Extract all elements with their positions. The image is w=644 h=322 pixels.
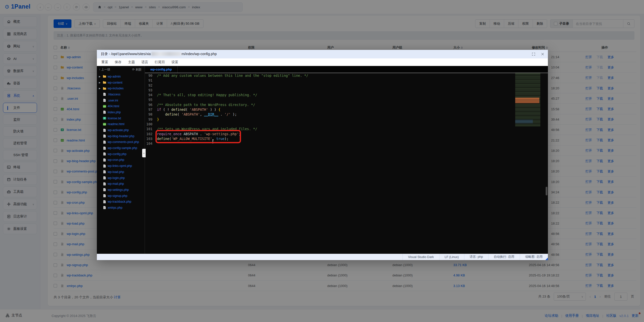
- censored-path-segment: [151, 52, 181, 56]
- tree-item-wp-load.php[interactable]: wp-load.php: [97, 169, 145, 175]
- statusbar-item-缩略图: 启用[interactable]: 缩略图: 启用: [520, 254, 548, 260]
- line-number: 90: [145, 73, 157, 78]
- code-line-103: 103define('WP_ALLOW_MULTISITE', true);: [145, 136, 548, 141]
- tree-up-button[interactable]: ↑ 上一级: [99, 67, 110, 72]
- close-icon[interactable]: [541, 52, 544, 56]
- tree-item-wp-includes[interactable]: ▶wp-includes: [97, 85, 145, 91]
- tree-item-label: .htaccess: [108, 93, 120, 96]
- tree-item-label: wp-comments-post.php: [108, 140, 139, 144]
- line-number: 93: [145, 88, 157, 93]
- file-editor-modal: 目录 - /opt/1panel/www/sites/xiam/index/wp…: [97, 50, 548, 260]
- file-icon: [103, 164, 106, 168]
- tree-item-label: wp-includes: [108, 87, 124, 90]
- code-line-104: 104: [145, 141, 548, 146]
- editor-caret: [213, 139, 213, 144]
- editor-menu-保存[interactable]: 保存: [115, 60, 122, 64]
- tree-item-label: 404.html: [108, 104, 119, 108]
- tree-item-label: wp-login.php: [108, 176, 125, 180]
- file-icon: [103, 158, 106, 162]
- code-line-94: 94/* That's all, stop editing! Happy pub…: [145, 93, 548, 97]
- tree-item-label: index.php: [108, 111, 121, 114]
- code-line-92: 92: [145, 83, 548, 88]
- tree-expand-icon[interactable]: ▶: [99, 75, 101, 78]
- tree-item-license.txt[interactable]: Tlicense.txt: [97, 115, 145, 121]
- tree-item-wp-settings.php[interactable]: wp-settings.php: [97, 187, 145, 193]
- file-icon: [103, 194, 106, 198]
- tree-item-wp-trackback.php[interactable]: wp-trackback.php: [97, 199, 145, 205]
- line-number: 99: [145, 117, 157, 122]
- tree-item-wp-signup.php[interactable]: wp-signup.php: [97, 193, 145, 199]
- code-line-100: 100: [145, 122, 548, 127]
- code-editor[interactable]: 90/* Add any custom values between this …: [145, 73, 548, 254]
- html-icon: </>: [103, 104, 106, 108]
- file-icon: [103, 206, 106, 209]
- statusbar-item-自动换行: 启用[interactable]: 自动换行: 启用: [488, 254, 520, 260]
- file-icon: [103, 200, 106, 204]
- minimap[interactable]: [515, 73, 540, 126]
- tree-item-label: wp-blog-header.php: [108, 134, 134, 138]
- tab-wp-config[interactable]: wp-config.php: [145, 66, 178, 73]
- code-line-91: 91: [145, 78, 548, 83]
- editor-scrollbar[interactable]: [546, 187, 547, 195]
- tree-item-label: wp-mail.php: [108, 182, 124, 186]
- tree-item-wp-cron.php[interactable]: wp-cron.php: [97, 157, 145, 163]
- tree-item-.user.ini[interactable]: .user.ini: [97, 97, 145, 103]
- svg-text:T: T: [104, 117, 105, 119]
- txt-icon: T: [103, 116, 106, 120]
- tree-item-label: wp-settings.php: [108, 188, 129, 192]
- tree-item-label: .user.ini: [108, 99, 118, 102]
- tree-item-label: wp-content: [108, 81, 123, 84]
- tree-item-wp-mail.php[interactable]: wp-mail.php: [97, 181, 145, 187]
- line-number: 95: [145, 97, 157, 102]
- statusbar-item-语言: php[interactable]: 语言: php: [464, 254, 488, 260]
- code-line-99: 99}: [145, 117, 548, 122]
- tree-item-wp-links-opml.php[interactable]: wp-links-opml.php: [97, 163, 145, 169]
- tree-item-wp-config.php[interactable]: wp-config.php: [97, 151, 145, 157]
- code-line-98: 98 define( 'ABSPATH', __DIR__ . '/' );: [145, 112, 548, 117]
- code-line-102: 102require_once ABSPATH . 'wp-settings.p…: [145, 132, 548, 136]
- tree-item-wp-blog-header.php[interactable]: wp-blog-header.php: [97, 133, 145, 139]
- folder-icon: [103, 87, 106, 90]
- file-icon: [103, 110, 106, 114]
- editor-menu-设置[interactable]: 设置: [172, 60, 178, 64]
- modal-title: 目录 - /opt/1panel/www/sites/xiam/index/wp…: [101, 52, 217, 56]
- editor-menu-主题[interactable]: 主题: [128, 60, 135, 64]
- line-number: 97: [145, 107, 157, 112]
- tree-item-404.html[interactable]: </>404.html: [97, 103, 145, 109]
- file-icon: [103, 140, 106, 144]
- svg-text:</>: </>: [103, 124, 106, 125]
- maximize-icon[interactable]: [532, 52, 535, 56]
- tree-expand-icon[interactable]: ▶: [99, 81, 101, 84]
- file-icon: [103, 182, 106, 186]
- statusbar-item-LF (Linux)[interactable]: LF (Linux): [439, 254, 464, 260]
- tree-item-wp-content[interactable]: ▶wp-content: [97, 80, 145, 86]
- folder-icon: [103, 75, 106, 78]
- tree-item-wp-login.php[interactable]: wp-login.php: [97, 175, 145, 181]
- tree-expand-icon[interactable]: ▶: [99, 87, 101, 90]
- editor-menu-重置[interactable]: 重置: [101, 60, 108, 64]
- tree-item-xmlrpc.php[interactable]: xmlrpc.php: [97, 205, 145, 211]
- code-line-90: 90/* Add any custom values between this …: [145, 73, 548, 78]
- tree-item-index.php[interactable]: index.php: [97, 109, 145, 115]
- tree-item-.htaccess[interactable]: .htaccess: [97, 91, 145, 97]
- tree-item-label: xmlrpc.php: [108, 206, 123, 209]
- tree-item-readme.html[interactable]: </>readme.html: [97, 121, 145, 127]
- tree-item-wp-comments-post.php[interactable]: wp-comments-post.php: [97, 139, 145, 145]
- line-number: 96: [145, 102, 157, 107]
- tree-item-wp-activate.php[interactable]: wp-activate.php: [97, 127, 145, 133]
- editor-menu-语言[interactable]: 语言: [141, 60, 148, 64]
- tree-refresh-button[interactable]: ⟳ 刷新: [132, 67, 142, 72]
- editor-menu-行尾符[interactable]: 行尾符: [155, 60, 165, 64]
- statusbar-item-Visual Studio Dark[interactable]: Visual Studio Dark: [403, 254, 439, 260]
- editor-file-tree: ↑ 上一级 ⟳ 刷新 ▶wp-admin▶wp-content▶wp-inclu…: [97, 66, 145, 254]
- code-line-95: 95: [145, 97, 548, 102]
- tree-item-label: wp-signup.php: [108, 194, 127, 198]
- tree-item-wp-config-sample.php[interactable]: wp-config-sample.php: [97, 145, 145, 151]
- tree-item-label: wp-config-sample.php: [108, 146, 137, 150]
- tree-item-wp-admin[interactable]: ▶wp-admin: [97, 74, 145, 80]
- tree-collapse-handle[interactable]: «: [142, 149, 146, 157]
- line-number: 104: [145, 141, 157, 146]
- tree-item-label: wp-config.php: [108, 152, 127, 156]
- file-icon: [103, 134, 106, 138]
- file-icon: [103, 170, 106, 174]
